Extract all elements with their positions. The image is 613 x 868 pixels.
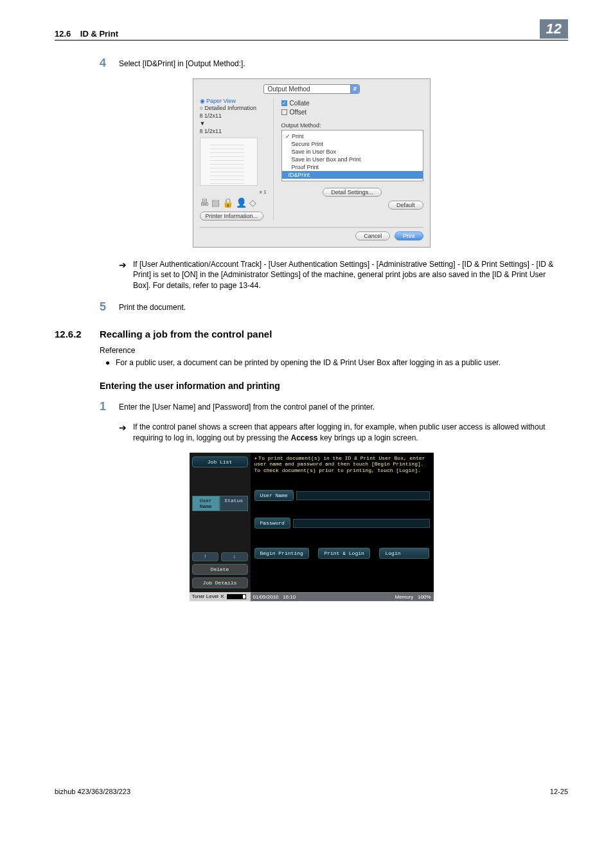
print-and-login-button[interactable]: Print & Login: [318, 548, 369, 559]
output-method-label: Output Method:: [281, 122, 423, 129]
collate-checkbox[interactable]: ✓Collate: [281, 100, 423, 107]
page-preview-icon: [200, 138, 258, 186]
stamp-icon: ◇: [249, 197, 256, 208]
radio-detailed-info[interactable]: ○ Detailed Information: [200, 105, 271, 111]
user-name-input[interactable]: [296, 491, 430, 500]
header-section-title: ID & Print: [80, 29, 118, 39]
cancel-button[interactable]: Cancel: [355, 231, 390, 240]
delete-button[interactable]: Delete: [192, 564, 248, 575]
reference-label: Reference: [55, 346, 568, 355]
radio-paper-view[interactable]: ◉ Paper View: [200, 98, 271, 104]
toner-k-label: K: [221, 593, 224, 599]
output-method-list[interactable]: Print Secure Print Save in User Box Save…: [281, 130, 423, 181]
scroll-down-button[interactable]: ↓: [221, 552, 248, 561]
password-label-button[interactable]: Password: [254, 518, 290, 529]
output-method-dialog: Output Method ⇵ ◉ Paper View ○ Detailed …: [193, 78, 431, 248]
tab-user-name[interactable]: User Name: [192, 496, 220, 511]
om-opt-save-box-print[interactable]: Save in User Box and Print: [285, 156, 420, 163]
step4-note: If [User Authentication/Account Track] -…: [133, 259, 568, 291]
arrow-icon: ➔: [119, 259, 133, 291]
printer-icon: 🖶: [200, 197, 209, 208]
output-method-tab-text: Output Method: [268, 86, 310, 93]
public-user-note: For a public user, a document can be pri…: [116, 357, 507, 368]
om-opt-proof[interactable]: Proof Print: [285, 163, 420, 171]
toner-level-label: Toner Level: [192, 593, 218, 599]
user-icon: 👤: [236, 197, 247, 208]
tab-status[interactable]: Status: [220, 496, 248, 511]
footer-page: 12-25: [550, 788, 568, 795]
om-opt-idprint[interactable]: ID&Print: [282, 171, 423, 179]
dropdown-arrow-icon: ⇵: [350, 85, 359, 93]
step1-num: 1: [100, 400, 119, 414]
job-list-button[interactable]: Job List: [192, 457, 248, 467]
status-memory-pct: 100%: [418, 594, 431, 600]
job-details-button[interactable]: Job Details: [192, 577, 248, 588]
begin-printing-button[interactable]: Begin Printing: [254, 548, 309, 559]
status-time: 16:10: [283, 594, 296, 600]
scroll-up-button[interactable]: ↑: [192, 552, 219, 561]
step4-text: Select [ID&Print] in [Output Method:].: [119, 57, 568, 71]
control-panel-screenshot: Job List User Name Status ↑ ↓ Delete Job…: [190, 453, 434, 592]
user-name-label-button[interactable]: User Name: [254, 490, 294, 501]
step4-num: 4: [100, 57, 119, 71]
paper-size-2: 8 1/2x11: [200, 128, 271, 134]
chapter-badge: 12: [540, 19, 568, 39]
section-1262-num: 12.6.2: [55, 329, 100, 339]
default-button[interactable]: Default: [388, 201, 423, 210]
step1-text: Enter the [User Name] and [Password] fro…: [119, 400, 568, 414]
offset-checkbox[interactable]: Offset: [281, 109, 423, 116]
login-button[interactable]: Login: [379, 548, 429, 559]
paper-size-1: 8 1/2x11: [200, 113, 271, 119]
status-date: 01/09/2010: [253, 594, 279, 600]
om-opt-save-box[interactable]: Save in User Box: [285, 148, 420, 156]
step5-num: 5: [100, 300, 119, 314]
arrow-icon: ➔: [119, 422, 133, 444]
bullet-icon: ●: [100, 357, 116, 368]
subheading-entering-info: Entering the user information and printi…: [55, 381, 568, 391]
panel-hint: To print document(s) in the ID & Print U…: [254, 455, 430, 474]
detail-settings-button[interactable]: Detail Settings...: [323, 188, 382, 197]
section-1262-title: Recalling a job from the control panel: [100, 329, 272, 339]
om-opt-secure[interactable]: Secure Print: [285, 140, 420, 148]
orient-icon: ▼: [200, 120, 271, 127]
printer-information-button[interactable]: Printer Information...: [200, 212, 264, 221]
print-button[interactable]: Print: [395, 231, 423, 240]
header-section-num: 12.6: [55, 29, 71, 39]
step1-note: If the control panel shows a screen that…: [133, 422, 568, 444]
output-method-tab-select[interactable]: Output Method ⇵: [263, 84, 360, 94]
lock-icon: 🔒: [222, 197, 233, 208]
footer-model: bizhub 423/363/283/223: [55, 788, 130, 795]
status-memory-label: Memory: [395, 594, 413, 600]
step5-text: Print the document.: [119, 300, 568, 314]
om-opt-print[interactable]: Print: [285, 132, 420, 140]
toner-bar-icon: [227, 594, 246, 599]
password-input[interactable]: [293, 519, 430, 528]
copies-x1: x 1: [200, 189, 271, 195]
doc-icon: ▤: [211, 197, 220, 208]
